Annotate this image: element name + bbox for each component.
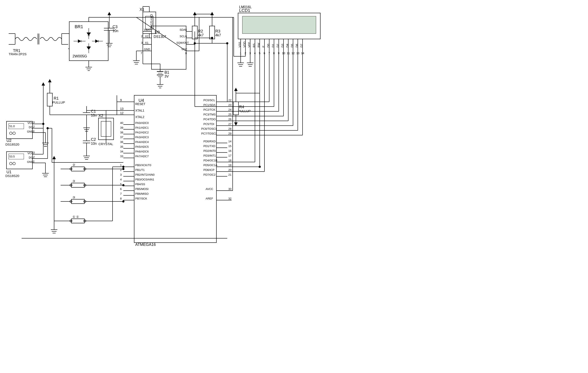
R4-value: PULLUP xyxy=(238,109,251,113)
svg-text:PA1/ADC1: PA1/ADC1 xyxy=(135,126,149,129)
svg-text:2: 2 xyxy=(141,35,143,38)
svg-text:PA4/ADC4: PA4/ADC4 xyxy=(135,140,149,144)
svg-text:XTAL2: XTAL2 xyxy=(135,115,144,119)
svg-text:3: 3 xyxy=(33,121,35,124)
R3-value: 4k7 xyxy=(215,33,221,37)
svg-text:3: 3 xyxy=(141,41,143,44)
B1-label: B1 xyxy=(165,70,169,75)
svg-text:SQW/OUT: SQW/OUT xyxy=(176,41,189,44)
U4-label: U4 xyxy=(138,98,144,103)
svg-text:5: 5 xyxy=(185,28,187,31)
schematic-canvas: TR1 TRAN-2P2S BR1 2W005G xyxy=(0,0,588,373)
svg-text:30: 30 xyxy=(228,187,231,191)
svg-text:VBAT: VBAT xyxy=(144,28,151,31)
svg-text:X1: X1 xyxy=(145,41,148,44)
svg-point-411 xyxy=(122,184,125,186)
svg-text:PB6/MISO: PB6/MISO xyxy=(135,192,148,195)
svg-rect-328 xyxy=(47,93,52,106)
svg-text:③: ③ xyxy=(73,196,75,199)
svg-text:3: 3 xyxy=(33,151,35,154)
svg-text:PA6/ADC6: PA6/ADC6 xyxy=(135,150,149,153)
svg-text:3: 3 xyxy=(120,173,122,176)
C1-label: C1 xyxy=(91,109,96,113)
svg-text:6: 6 xyxy=(120,187,122,191)
svg-text:35: 35 xyxy=(120,145,123,148)
svg-text:26: 26 xyxy=(228,118,231,121)
svg-point-371 xyxy=(42,123,44,125)
svg-text:33: 33 xyxy=(120,155,123,158)
svg-text:PD5/OC1A: PD5/OC1A xyxy=(203,164,218,167)
svg-text:PC6/TOSC1: PC6/TOSC1 xyxy=(201,127,217,130)
svg-text:23: 23 xyxy=(228,103,231,107)
R2-label: R2 xyxy=(198,29,203,33)
LCD1-type: LM016L xyxy=(239,5,252,9)
svg-text:PA2/ADC2: PA2/ADC2 xyxy=(135,131,149,134)
svg-text:VCC: VCC xyxy=(28,152,33,155)
svg-text:SDA: SDA xyxy=(180,28,186,31)
svg-text:PC7/TOSC2: PC7/TOSC2 xyxy=(201,132,217,135)
svg-text:12: 12 xyxy=(120,111,124,115)
U1-label: U1 xyxy=(7,170,11,174)
svg-text:PB7/SCK: PB7/SCK xyxy=(135,197,147,200)
svg-text:PD7/OC2: PD7/OC2 xyxy=(203,173,216,176)
svg-text:PC5/TDI: PC5/TDI xyxy=(203,122,214,126)
svg-point-417 xyxy=(122,166,125,168)
svg-text:PA5/ADC5: PA5/ADC5 xyxy=(135,145,149,148)
svg-text:20: 20 xyxy=(228,168,231,172)
svg-text:36: 36 xyxy=(120,140,123,144)
svg-text:32: 32 xyxy=(228,197,231,200)
U3-type: DS1307 xyxy=(154,35,166,39)
svg-text:PA3/ADC3: PA3/ADC3 xyxy=(135,136,149,139)
R1-label: R1 xyxy=(54,96,59,100)
svg-text:8: 8 xyxy=(120,197,122,200)
svg-text:PC2/TCK: PC2/TCK xyxy=(203,108,215,111)
svg-text:PB0/XCK/T0: PB0/XCK/T0 xyxy=(135,164,151,167)
svg-text:PB2/INT2/AIN0: PB2/INT2/AIN0 xyxy=(135,173,155,176)
svg-point-118 xyxy=(211,37,213,39)
svg-text:AREF: AREF xyxy=(206,197,213,200)
svg-text:7: 7 xyxy=(120,192,122,195)
svg-text:PC3/TMS: PC3/TMS xyxy=(203,113,216,116)
svg-text:XTAL1: XTAL1 xyxy=(135,109,144,112)
svg-text:GND: GND xyxy=(27,160,33,164)
svg-text:19: 19 xyxy=(228,164,231,167)
svg-text:PD6/ICP: PD6/ICP xyxy=(203,168,214,172)
svg-text:RESET: RESET xyxy=(135,102,146,106)
svg-text:34: 34 xyxy=(120,150,123,153)
svg-text:PC4/TDO: PC4/TDO xyxy=(203,118,216,121)
svg-text:27: 27 xyxy=(228,122,231,126)
svg-text:2: 2 xyxy=(33,125,35,128)
svg-text:15: 15 xyxy=(228,144,231,148)
U3-label: U3 xyxy=(155,30,160,34)
svg-text:16: 16 xyxy=(228,149,231,153)
svg-text:GND: GND xyxy=(144,48,150,51)
svg-text:GND: GND xyxy=(27,130,33,133)
svg-text:8: 8 xyxy=(185,52,187,55)
svg-text:21: 21 xyxy=(228,173,231,176)
U2-label: U2 xyxy=(7,138,11,143)
svg-text:PD4/OC1B: PD4/OC1B xyxy=(203,159,217,162)
svg-text:PB4/SS: PB4/SS xyxy=(135,183,145,186)
svg-text:③: ③ xyxy=(73,179,75,183)
U4-type: ATMEGA16 xyxy=(135,242,156,247)
svg-text:13: 13 xyxy=(120,107,124,110)
svg-text:SCL: SCL xyxy=(180,35,185,38)
C2-label: C2 xyxy=(91,137,96,142)
C1-value: 10n xyxy=(91,113,97,117)
svg-point-409 xyxy=(122,168,125,170)
U1-type: DS18S20 xyxy=(5,174,19,178)
C3-value: 10n xyxy=(113,29,118,33)
svg-text:37: 37 xyxy=(120,136,123,139)
svg-text:29: 29 xyxy=(228,132,231,135)
TR1-type: TRAN-2P2S xyxy=(9,52,27,56)
svg-text:28: 28 xyxy=(228,127,231,130)
BR1-label: BR1 xyxy=(75,24,83,29)
svg-text:DQ: DQ xyxy=(29,156,33,159)
svg-text:40: 40 xyxy=(120,121,123,125)
svg-text:1: 1 xyxy=(33,129,35,132)
U1-value: 53.5 xyxy=(9,155,15,158)
svg-text:4: 4 xyxy=(120,178,122,181)
svg-text:PC0/SCL: PC0/SCL xyxy=(203,99,215,102)
svg-text:PC1/SDA: PC1/SDA xyxy=(203,103,216,107)
svg-text:AVCC: AVCC xyxy=(206,187,213,191)
